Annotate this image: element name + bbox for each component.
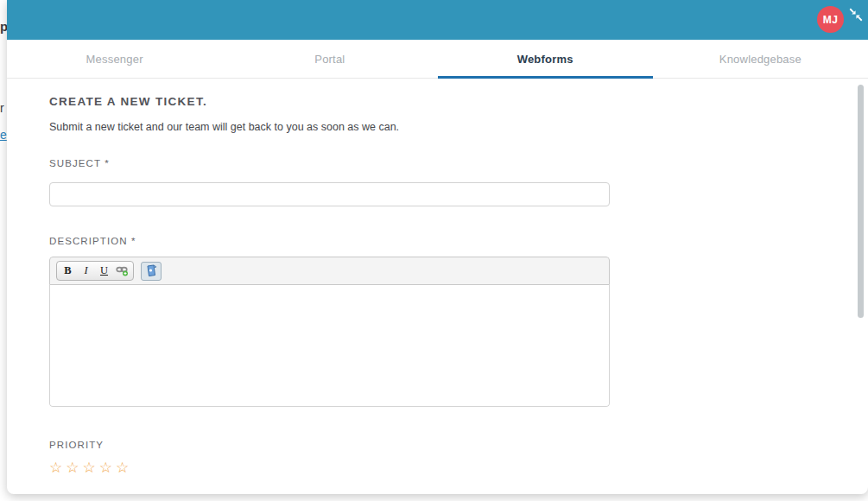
- subject-label: SUBJECT *: [49, 158, 868, 168]
- vertical-scrollbar[interactable]: [858, 85, 864, 318]
- tab-label: Portal: [314, 53, 345, 66]
- tab-bar: Messenger Portal Webforms Knowledgebase: [7, 40, 868, 79]
- priority-star-1[interactable]: ☆: [49, 460, 62, 475]
- blue-document-icon: [145, 264, 157, 277]
- editor-toolbar: B I U: [49, 257, 610, 285]
- tab-webforms[interactable]: Webforms: [438, 40, 653, 78]
- collapse-arrows-icon: [848, 7, 864, 22]
- underlay-link-fragment[interactable]: e: [0, 128, 7, 142]
- underlay-text-fragment: r: [0, 101, 7, 115]
- description-editor: B I U: [49, 257, 610, 407]
- link-add-icon: [116, 265, 129, 276]
- tab-label: Messenger: [86, 53, 143, 66]
- bold-button[interactable]: B: [59, 263, 77, 279]
- description-label: DESCRIPTION *: [49, 236, 868, 246]
- priority-star-5[interactable]: ☆: [116, 460, 129, 475]
- subject-input[interactable]: [49, 182, 610, 206]
- insert-link-button[interactable]: [113, 263, 131, 279]
- page-title: CREATE A NEW TICKET.: [49, 95, 868, 108]
- priority-star-3[interactable]: ☆: [83, 460, 96, 475]
- avatar[interactable]: MJ: [817, 6, 844, 33]
- webform-content: CREATE A NEW TICKET. Submit a new ticket…: [7, 79, 868, 475]
- priority-star-4[interactable]: ☆: [99, 460, 112, 475]
- description-input[interactable]: [49, 285, 610, 407]
- underline-button[interactable]: U: [95, 263, 113, 279]
- tab-label: Webforms: [517, 53, 573, 66]
- intro-text: Submit a new ticket and our team will ge…: [49, 121, 868, 133]
- priority-rating: ☆ ☆ ☆ ☆ ☆: [49, 460, 868, 475]
- priority-label: PRIORITY: [49, 440, 868, 450]
- tab-knowledgebase[interactable]: Knowledgebase: [653, 40, 868, 78]
- tab-portal[interactable]: Portal: [222, 40, 437, 78]
- underlay-text-fragment: p: [0, 19, 7, 34]
- tab-label: Knowledgebase: [719, 53, 801, 66]
- support-widget-modal: MJ Messenger Portal Webforms: [7, 0, 868, 494]
- priority-star-2[interactable]: ☆: [66, 460, 79, 475]
- tab-messenger[interactable]: Messenger: [7, 40, 222, 78]
- format-button-group: B I U: [56, 261, 134, 281]
- view-source-button[interactable]: [141, 262, 162, 281]
- italic-button[interactable]: I: [77, 263, 95, 279]
- collapse-widget-button[interactable]: [846, 4, 866, 25]
- widget-header-bar: MJ: [7, 0, 868, 40]
